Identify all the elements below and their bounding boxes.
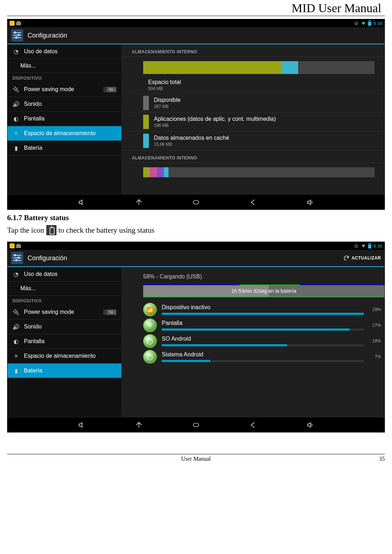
storage-icon: ≡ — [12, 130, 20, 137]
sidebar-item-label: Sonido — [24, 101, 42, 107]
power-icon: 🔌 — [12, 86, 20, 93]
battery-item-label: Pantalla — [162, 320, 364, 326]
storage-row-apps[interactable]: Aplicaciones (datos de aplic. y cont. mu… — [122, 113, 385, 132]
color-swatch — [143, 96, 149, 110]
sidebar-item-label: Pantalla — [24, 338, 45, 345]
page-footer: User Manual 35 — [7, 456, 385, 462]
sidebar-item-sound[interactable]: 🔊 Sonido — [7, 320, 121, 334]
battery-item-system[interactable]: ◯ Sistema Android 7% — [122, 348, 385, 363]
signal-icon: 📶 — [143, 303, 157, 316]
screenshot-storage: 9:34 Configuración ◔ Uso de datos Más...… — [7, 19, 385, 210]
volume-up-icon[interactable] — [305, 198, 316, 206]
battery-history-chart[interactable]: 1h 53min 32seg en la batería — [143, 285, 385, 297]
battery-item-os[interactable]: ◯ SO Android 18% — [122, 332, 385, 348]
sidebar-item-power-saving[interactable]: 🔌 Power saving mode No — [7, 305, 121, 320]
home-icon[interactable] — [191, 421, 201, 429]
section-heading: 6.1.7 Battery status — [7, 213, 385, 222]
sidebar-item-label: Espacio de almacenamiento — [24, 130, 96, 137]
storage-label: Disponible — [154, 97, 181, 103]
notification-icon — [10, 243, 15, 248]
volume-down-icon[interactable] — [76, 421, 87, 429]
wifi-icon — [361, 243, 366, 248]
refresh-label: ACTUALIZAR — [352, 256, 381, 261]
display-icon: ◐ — [12, 338, 20, 345]
sidebar-item-power-saving[interactable]: 🔌 Power saving mode No — [7, 82, 121, 97]
storage-label: Espacio total — [148, 79, 181, 85]
storage-row-total[interactable]: Espacio total 504 MB — [122, 77, 385, 94]
back-icon[interactable] — [134, 198, 144, 206]
sidebar-item-display[interactable]: ◐ Pantalla — [7, 112, 121, 126]
battery-icon — [368, 243, 371, 248]
data-usage-icon: ◔ — [12, 271, 20, 278]
footer-center-text: User Manual — [29, 456, 363, 462]
recent-icon[interactable] — [248, 421, 258, 429]
sidebar-item-data-usage[interactable]: ◔ Uso de datos — [7, 44, 121, 59]
battery-item-screen[interactable]: ☀ Pantalla 27% — [122, 316, 385, 332]
battery-detail-panel: 58% - Cargando (USB) 1h 53min 32seg en l… — [122, 267, 385, 417]
storage-row-cache[interactable]: Datos almacenados en caché 15,88 MB — [122, 132, 385, 150]
clock-text: 9:34 — [373, 21, 382, 26]
settings-icon[interactable] — [11, 29, 23, 41]
svg-rect-1 — [194, 201, 199, 204]
rule-top — [7, 16, 385, 16]
sidebar-item-more[interactable]: Más... — [7, 59, 121, 73]
sound-icon: 🔊 — [12, 100, 20, 108]
refresh-button[interactable]: ACTUALIZAR — [343, 255, 381, 261]
battery-icon: ▮ — [12, 144, 20, 152]
sidebar-item-label: Sonido — [24, 323, 42, 330]
storage-detail-panel: ALMACENAMIENTO INTERNO Espacio total 504… — [122, 44, 385, 194]
nav-bar — [7, 417, 385, 432]
battery-item-percent: 27% — [369, 323, 381, 328]
title-bar: Configuración ACTUALIZAR — [7, 250, 385, 267]
android-icon: ◯ — [143, 334, 157, 348]
sidebar-item-label: Más... — [20, 285, 36, 292]
battery-item-percent: 7% — [369, 354, 381, 359]
body-paragraph: Tap the icon to check the battery using … — [7, 225, 385, 235]
sidebar-item-battery[interactable]: ▮ Batería — [7, 141, 121, 155]
android-debug-icon — [16, 244, 21, 248]
display-icon: ☀ — [143, 318, 157, 332]
battery-item-bar — [162, 313, 364, 315]
storage-section-header: ALMACENAMIENTO INTERNO — [122, 150, 385, 163]
battery-item-bar — [162, 360, 364, 362]
refresh-icon — [343, 255, 350, 261]
sidebar-item-sound[interactable]: 🔊 Sonido — [7, 97, 121, 112]
sidebar-item-battery[interactable]: ▮ Batería — [7, 363, 121, 378]
sidebar-item-label: Batería — [24, 367, 42, 374]
screenshot-battery: 9:36 Configuración ACTUALIZAR ◔ Uso de d… — [7, 242, 385, 432]
sidebar-item-label: Uso de datos — [24, 271, 57, 277]
notification-icon — [10, 21, 15, 26]
storage-row-available[interactable]: Disponible 267 MB — [122, 94, 385, 113]
toggle-switch[interactable]: No — [103, 310, 116, 315]
android-debug-icon — [16, 21, 21, 25]
alarm-icon — [354, 21, 359, 26]
sidebar-item-storage[interactable]: ≡ Espacio de almacenamiento — [7, 349, 121, 363]
recent-icon[interactable] — [248, 198, 258, 206]
battery-item-label: SO Android — [162, 336, 364, 342]
power-icon: 🔌 — [12, 308, 20, 316]
volume-up-icon[interactable] — [305, 421, 316, 429]
back-icon[interactable] — [134, 421, 144, 429]
storage-bar-segment — [143, 167, 150, 177]
storage-bar-segment — [150, 167, 157, 177]
battery-item-bar — [162, 344, 364, 346]
sidebar-item-data-usage[interactable]: ◔ Uso de datos — [7, 267, 121, 282]
sidebar-item-storage[interactable]: ≡ Espacio de almacenamiento — [7, 126, 121, 141]
home-icon[interactable] — [191, 198, 201, 206]
battery-chart-label: 1h 53min 32seg en la batería — [231, 288, 296, 294]
sidebar-item-label: Más... — [20, 63, 36, 69]
toggle-switch[interactable]: No — [103, 87, 116, 92]
volume-down-icon[interactable] — [76, 198, 87, 206]
svg-rect-3 — [194, 423, 199, 427]
battery-item-idle[interactable]: 📶 Dispositivo inactivo 29% — [122, 301, 385, 316]
sidebar-section-header: DISPOSITIVO — [7, 73, 121, 82]
title-text: Configuración — [27, 32, 67, 39]
battery-status-text: 58% - Cargando (USB) — [122, 267, 385, 282]
status-bar: 9:36 — [7, 242, 385, 250]
title-text: Configuración — [27, 254, 67, 262]
page-number: 35 — [363, 456, 385, 462]
sidebar-item-more[interactable]: Más... — [7, 282, 121, 296]
sidebar-item-display[interactable]: ◐ Pantalla — [7, 334, 121, 349]
settings-icon[interactable] — [11, 252, 23, 264]
display-icon: ◐ — [12, 115, 20, 122]
